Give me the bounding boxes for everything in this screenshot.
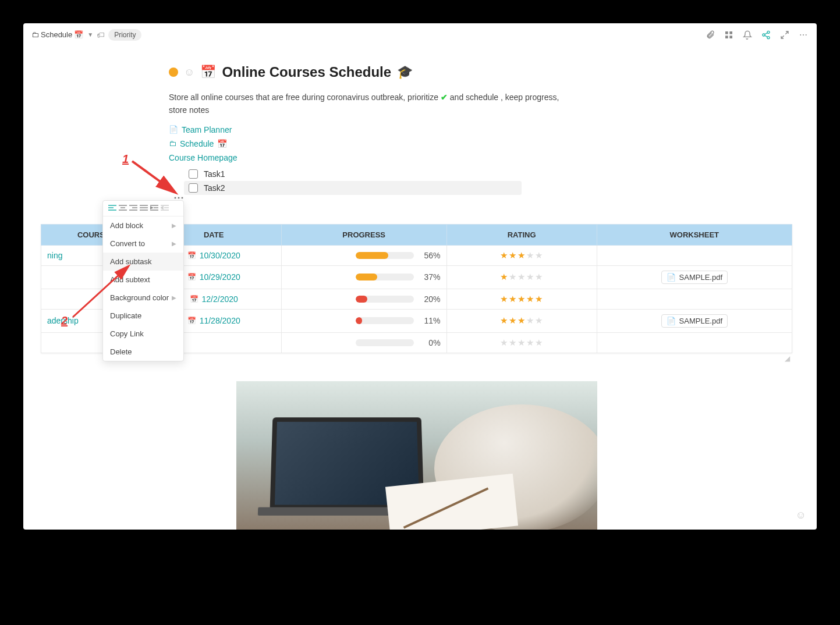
calendar-icon: 📅: [187, 317, 196, 325]
outdent-icon[interactable]: [160, 204, 169, 212]
breadcrumb[interactable]: 🗀 Schedule📅 ▼: [31, 30, 93, 39]
task-label: Task1: [204, 169, 225, 179]
checkbox[interactable]: [189, 183, 198, 193]
doc-icon: 📄: [169, 125, 178, 134]
svg-point-6: [767, 36, 770, 38]
folder-icon: 🗀: [31, 30, 39, 39]
calendar-icon: 📅: [190, 295, 199, 303]
file-icon: 📄: [667, 273, 676, 282]
progress-cell[interactable]: 37%: [288, 272, 441, 282]
progress-bar: [356, 339, 414, 346]
svg-marker-22: [150, 207, 153, 209]
svg-rect-1: [729, 31, 732, 34]
progress-bar: [356, 252, 414, 259]
apps-icon[interactable]: [724, 30, 734, 40]
align-left-icon[interactable]: [108, 204, 117, 212]
col-worksheet: WORKSHEET: [670, 230, 720, 239]
progress-cell[interactable]: 20%: [288, 294, 441, 304]
chevron-right-icon: ▶: [172, 222, 176, 229]
page-description[interactable]: Store all online courses that are free d…: [169, 91, 576, 117]
progress-cell[interactable]: 11%: [288, 316, 441, 325]
align-center-icon[interactable]: [118, 204, 127, 212]
svg-rect-3: [729, 35, 732, 38]
indent-icon[interactable]: [150, 204, 159, 212]
team-planner-link[interactable]: 📄 Team Planner: [169, 125, 775, 134]
calendar-icon: 📅: [187, 273, 196, 281]
ctx-convert-to[interactable]: Convert to▶: [103, 235, 183, 253]
svg-rect-0: [725, 31, 728, 34]
face-icon[interactable]: ☺: [184, 66, 194, 79]
schedule-link[interactable]: 🗀 Schedule📅: [169, 139, 775, 148]
task-item[interactable]: Task2: [184, 181, 522, 195]
svg-marker-26: [161, 207, 163, 209]
checkbox[interactable]: [189, 169, 198, 179]
svg-point-4: [767, 31, 770, 33]
course-link[interactable]: ning: [47, 251, 62, 260]
progress-bar: [356, 296, 414, 303]
emoji-picker-icon[interactable]: ☺: [796, 509, 806, 521]
hero-image: [236, 381, 597, 530]
chevron-right-icon: ▶: [172, 294, 176, 301]
bell-icon[interactable]: [742, 30, 753, 40]
calendar-icon: 📅: [200, 65, 216, 80]
status-dot[interactable]: [169, 68, 178, 77]
progress-cell[interactable]: 0%: [288, 338, 441, 347]
col-date: DATE: [204, 230, 224, 239]
graduation-icon: 🎓: [397, 65, 413, 80]
progress-value: 11%: [420, 316, 441, 325]
top-bar: 🗀 Schedule📅 ▼ 🏷 Priority ⋯: [23, 23, 817, 47]
annotation-arrow-2: [70, 262, 134, 320]
priority-tag[interactable]: Priority: [108, 29, 141, 41]
svg-line-28: [132, 161, 175, 192]
ctx-add-block[interactable]: Add block▶: [103, 216, 183, 235]
align-toolbar: [103, 201, 183, 216]
ctx-delete[interactable]: Delete: [103, 343, 183, 361]
svg-line-30: [73, 267, 128, 317]
chevron-right-icon: ▶: [172, 240, 176, 247]
svg-rect-2: [725, 35, 728, 38]
svg-point-5: [763, 34, 765, 36]
rating-stars[interactable]: ★★★★★: [453, 315, 591, 326]
folder-icon: 🗀: [169, 139, 176, 148]
chevron-down-icon[interactable]: ▼: [87, 31, 93, 38]
calendar-emoji-icon: 📅: [217, 139, 227, 148]
expand-icon[interactable]: [779, 30, 790, 40]
file-chip[interactable]: 📄SAMPLE.pdf: [661, 314, 728, 328]
progress-bar: [356, 317, 414, 324]
rating-stars[interactable]: ★★★★★: [453, 294, 591, 304]
file-chip[interactable]: 📄SAMPLE.pdf: [661, 271, 728, 284]
annotation-arrow-1: [129, 158, 182, 199]
rating-stars[interactable]: ★★★★★: [453, 338, 591, 348]
align-right-icon[interactable]: [129, 204, 138, 212]
rating-stars[interactable]: ★★★★★: [453, 272, 591, 282]
progress-value: 37%: [420, 272, 441, 282]
page-title[interactable]: Online Courses Schedule: [222, 64, 391, 80]
title-row: ☺ 📅 Online Courses Schedule 🎓: [169, 64, 775, 80]
align-justify-icon[interactable]: [139, 204, 148, 212]
col-progress: PROGRESS: [342, 230, 385, 239]
tag-icon[interactable]: 🏷: [97, 30, 105, 40]
task-item[interactable]: Task1: [184, 167, 775, 181]
ctx-copy-link[interactable]: Copy Link: [103, 325, 183, 343]
more-icon[interactable]: ⋯: [798, 30, 809, 40]
progress-value: 56%: [420, 251, 441, 260]
progress-value: 20%: [420, 294, 441, 304]
homepage-link[interactable]: Course Homepage: [169, 153, 775, 162]
attachment-icon[interactable]: [705, 30, 715, 40]
calendar-icon: 📅: [187, 251, 196, 260]
task-list: Task1 Task2: [184, 167, 775, 195]
rating-stars[interactable]: ★★★★★: [453, 250, 591, 261]
task-label: Task2: [204, 183, 225, 193]
file-icon: 📄: [667, 317, 676, 325]
calendar-emoji-icon: 📅: [74, 30, 83, 39]
col-rating: RATING: [508, 230, 536, 239]
breadcrumb-label: Schedule: [41, 30, 72, 39]
share-icon[interactable]: [761, 30, 771, 40]
annotation-2: 2: [61, 314, 68, 328]
progress-value: 0%: [420, 338, 441, 347]
app-frame: 🗀 Schedule📅 ▼ 🏷 Priority ⋯: [23, 23, 817, 530]
annotation-1: 1: [122, 152, 129, 166]
check-icon: ✔: [441, 93, 448, 102]
progress-cell[interactable]: 56%: [288, 251, 441, 260]
progress-bar: [356, 274, 414, 280]
